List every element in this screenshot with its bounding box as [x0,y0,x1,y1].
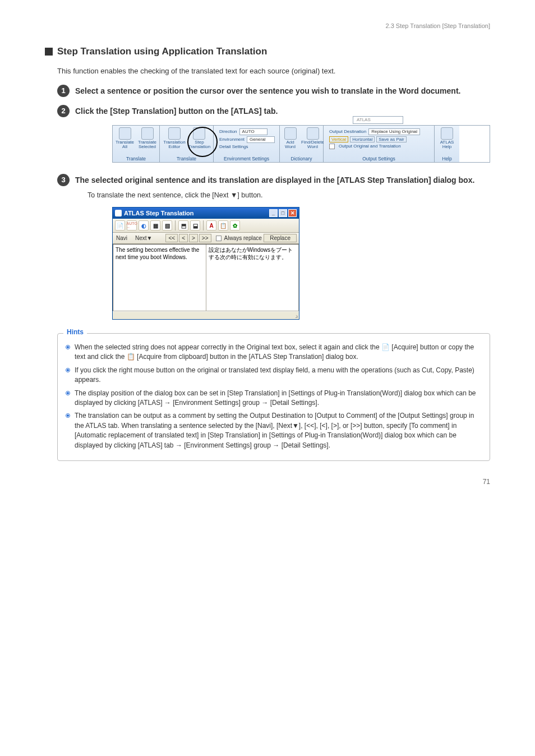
arrow-icon: → [273,441,279,449]
step-1-text: Select a sentence or position the cursor… [75,85,460,97]
step-3-sub: To translate the next sentence, click th… [87,191,490,201]
horizontal-button[interactable]: Horizontal [350,136,375,142]
arrow-icon: → [261,399,268,407]
direction-label: Direction [219,129,237,134]
nav-last-button[interactable]: >> [199,234,211,242]
bullet-icon [66,391,70,395]
arrow-icon: → [164,399,171,407]
heading-text: Step Translation using Application Trans… [57,46,267,57]
settings-icon[interactable]: ✿ [230,220,240,231]
group-label: Output Settings [327,155,431,162]
hint-item: The display position of the dialog box c… [66,389,482,408]
hint-text: [Environment Settings] group [173,399,261,407]
add-word-icon [284,127,297,140]
separator-icon [175,220,176,231]
replace-button[interactable]: Replace [264,234,297,242]
find-delete-word-button[interactable]: Find/Delete Word [303,127,322,155]
hint-text: If you click the right mouse button on t… [75,366,482,385]
hint-text: When the selected string does not appear… [75,343,381,351]
arrow-icon: → [176,441,182,449]
step-number-badge: 3 [57,174,70,186]
maximize-button[interactable]: □ [279,209,287,217]
step-3-text: The selected original sentence and its t… [75,174,474,186]
step-2: 2 Click the [Step Translation] button on… [57,105,490,117]
dialog-titlebar[interactable]: ATLAS Step Translation _ □ ✕ [113,208,299,219]
resize-grip-icon[interactable] [292,312,298,318]
globe-icon[interactable]: ◐ [139,220,149,231]
layout-icon[interactable]: ⬒ [178,220,188,231]
intro-text: This function enables the checking of th… [57,66,490,77]
toolbar-icon[interactable]: ▦ [150,220,160,231]
hints-label: Hints [63,328,87,336]
environment-select[interactable]: General [247,136,275,143]
acquire-icon[interactable]: 📄 [115,220,125,231]
dialog-toolbar: 📄 AUTO↔ ◐ ▦ ▧ ⬒ ⬓ A 📋 ✿ [113,219,299,233]
hint-item: When the selected string does not appear… [66,343,482,362]
page-header: 2.3 Step Translation [Step Translation] [45,22,490,29]
hint-item: The translation can be output as a comme… [66,411,482,450]
atlas-icon [115,210,122,216]
editor-icon [168,127,181,140]
output-dest-select[interactable]: Replace Using Original [368,128,420,135]
output-original-checkbox-label: Output Original and Translation [339,144,401,149]
toolbar-icon[interactable]: ▧ [162,220,172,231]
globe-select-icon [141,127,154,140]
auto-icon[interactable]: AUTO↔ [127,220,137,231]
group-label: Environment Settings [217,155,276,162]
acquire-from-clipboard-icon[interactable]: 📋 [218,220,228,231]
dialog-title-text: ATLAS Step Translation [124,210,193,216]
acquire-from-clipboard-icon: 📋 [127,353,135,361]
next-button[interactable]: Next▼ [133,235,154,241]
font-icon[interactable]: A [206,220,216,231]
section-heading: Step Translation using Application Trans… [45,46,490,57]
group-label: Help [438,155,456,162]
step-translation-dialog: ATLAS Step Translation _ □ ✕ 📄 AUTO↔ ◐ ▦… [112,207,299,320]
translate-selected-button[interactable]: Translate Selected [138,127,157,155]
direction-select[interactable]: AUTO [239,128,268,135]
statusbar [113,311,299,319]
atlas-help-button[interactable]: ATLAS Help [437,127,456,155]
group-label: Dictionary [283,155,320,162]
source-text-pane[interactable]: The setting becomes effective the next t… [113,245,206,311]
page-number: 71 [45,478,490,486]
bullet-icon [66,368,70,372]
ribbon-toolbar-figure: ATLAS Translate All Translate Selected T… [112,125,490,163]
bullet-icon [66,345,70,349]
acquire-icon: 📄 [381,343,390,351]
nav-first-button[interactable]: << [165,234,178,242]
step-2-text: Click the [Step Translation] button on t… [75,105,278,117]
nav-prev-button[interactable]: < [179,234,188,242]
environment-label: Environment [219,137,245,142]
group-label: Translate [116,155,156,162]
step-icon [193,127,205,140]
step-number-badge: 2 [57,105,70,117]
detail-settings-button[interactable]: Detail Settings [219,144,274,149]
step-translation-button[interactable]: Step Translation [189,127,210,155]
navi-label: Navi [115,235,132,241]
target-text-pane[interactable]: 設定はあなたがWindowsをブートする次の時に有効になります。 [206,245,299,311]
layout-icon[interactable]: ⬓ [190,220,200,231]
translate-all-button[interactable]: Translate All [116,127,135,155]
hints-box: Hints When the selected string does not … [57,333,490,461]
hint-text: [Environment Settings] group [184,441,273,449]
step-number-badge: 1 [57,85,70,97]
output-dest-label: Output Destination [329,129,366,134]
save-as-pair-button[interactable]: Save as Pair [376,136,406,142]
separator-icon [203,220,204,231]
hint-text: [Acquire from clipboard] button in the [… [137,353,358,361]
add-word-button[interactable]: Add Word [281,127,300,155]
step-1: 1 Select a sentence or position the curs… [57,85,490,97]
step-3: 3 The selected original sentence and its… [57,174,490,186]
minimize-button[interactable]: _ [269,209,278,217]
close-button[interactable]: ✕ [288,209,297,217]
dialog-nav-row: Navi Next▼ << < > >> Always replace Repl… [113,233,299,244]
search-box[interactable]: ATLAS [353,116,403,124]
help-icon [441,127,453,140]
translation-editor-button[interactable]: Translation Editor [163,127,186,155]
hint-text: [Detail Settings]. [282,441,330,449]
checkbox-icon[interactable] [329,144,335,149]
vertical-button[interactable]: Vertical [329,136,348,142]
square-bullet-icon [45,48,53,56]
always-replace-checkbox[interactable] [216,236,222,241]
nav-next-button[interactable]: > [189,234,198,242]
